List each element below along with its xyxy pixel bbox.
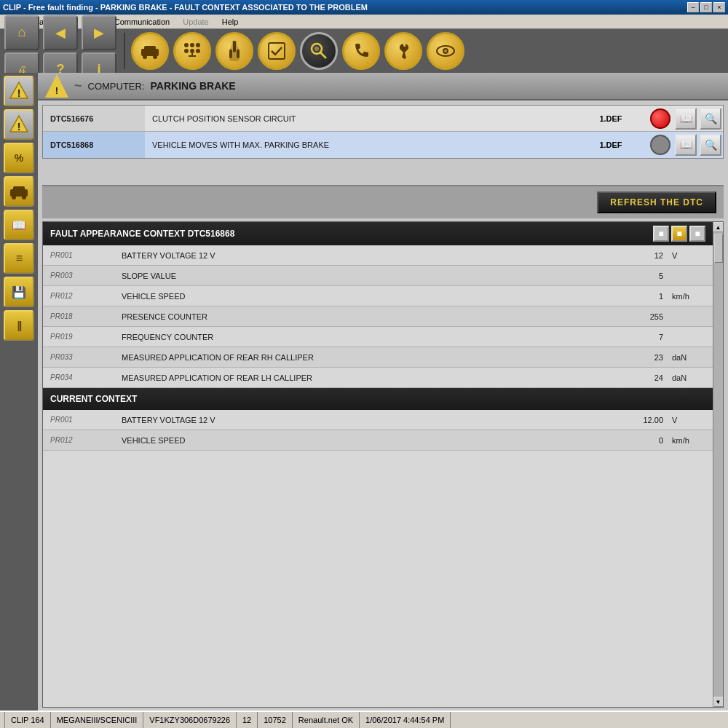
- vehicle-icon-button[interactable]: [131, 32, 169, 70]
- status-vehicle: MEGANEIII/SCENICIII: [51, 712, 144, 728]
- dtc-led-2: [650, 135, 670, 155]
- svg-rect-27: [13, 186, 25, 191]
- fc-desc-pr033: MEASURED APPLICATION OF REAR RH CALLIPER: [116, 353, 611, 362]
- status-clip-version: CLIP 164: [4, 712, 51, 728]
- wrench-icon-button[interactable]: [384, 32, 422, 70]
- svg-rect-15: [269, 43, 285, 59]
- touch-icon-button[interactable]: [215, 32, 253, 70]
- svg-text:!: !: [17, 121, 21, 132]
- svg-point-4: [184, 43, 189, 47]
- svg-point-2: [143, 55, 147, 59]
- dtc-search-btn-1[interactable]: 🔍: [700, 108, 721, 130]
- dtc-row-selected[interactable]: DTC516868 VEHICLE MOVES WITH MAX. PARKIN…: [43, 132, 723, 158]
- fc-row-pr012: PR012 VEHICLE SPEED 1 km/h: [43, 286, 713, 306]
- scroll-thumb[interactable]: [714, 234, 723, 263]
- warning1-button[interactable]: !: [4, 76, 34, 106]
- cc-row-pr001: PR001 BATTERY VOLTAGE 12 V 12.00 V: [43, 410, 713, 430]
- status-server: Renault.net OK: [293, 712, 360, 728]
- minimize-button[interactable]: –: [687, 2, 699, 12]
- status-code: 10752: [258, 712, 293, 728]
- current-context-header: CURRENT CONTEXT: [43, 388, 713, 410]
- phone-icon-button[interactable]: [342, 32, 380, 70]
- transmission-icon-button[interactable]: [173, 32, 211, 70]
- fault-context-header: FAULT APPEARANCE CONTEXT DTC516868 ■ ■ ■: [43, 222, 713, 245]
- dtc-code-2: DTC516868: [43, 132, 145, 158]
- title-bar: CLIP - Free fault finding - PARKING BRAK…: [0, 0, 728, 15]
- fc-code-pr019: PR019: [43, 333, 116, 341]
- svg-point-3: [153, 55, 157, 59]
- dtc-desc-1: CLUTCH POSITION SENSOR CIRCUIT: [145, 114, 574, 123]
- view-icon-button[interactable]: [427, 32, 464, 70]
- context-btn-3[interactable]: ■: [689, 226, 705, 242]
- fault-search-icon-button[interactable]: [300, 32, 338, 70]
- context-btn-2[interactable]: ■: [671, 226, 687, 242]
- fc-desc-pr003: SLOPE VALUE: [116, 272, 611, 280]
- dtc-search-btn-2[interactable]: 🔍: [700, 134, 721, 156]
- fc-value-pr012: 1: [611, 292, 669, 301]
- svg-rect-13: [229, 50, 232, 58]
- window-title: CLIP - Free fault finding - PARKING BRAK…: [3, 3, 368, 12]
- context-nav-buttons: ■ ■ ■: [653, 226, 705, 242]
- fault-context-section: FAULT APPEARANCE CONTEXT DTC516868 ■ ■ ■…: [42, 221, 724, 708]
- fc-value-pr003: 5: [611, 272, 669, 280]
- fc-desc-pr012: VEHICLE SPEED: [116, 292, 611, 301]
- fc-unit-pr001: V: [669, 251, 713, 260]
- menu-help[interactable]: Help: [219, 17, 242, 27]
- menu-update[interactable]: Update: [180, 17, 211, 27]
- window-controls[interactable]: – □ ×: [687, 2, 725, 12]
- svg-point-6: [196, 43, 200, 47]
- check-icon-button[interactable]: [258, 32, 296, 70]
- cc-value-pr001: 12.00: [611, 416, 669, 424]
- fault-context-title: FAULT APPEARANCE CONTEXT DTC516868: [50, 229, 234, 239]
- back-button[interactable]: ◀: [43, 15, 78, 50]
- svg-rect-14: [237, 50, 240, 58]
- forward-button[interactable]: ▶: [82, 15, 116, 50]
- cc-value-pr012: 0: [611, 436, 669, 445]
- fc-value-pr034: 24: [611, 373, 669, 382]
- scroll-down-arrow[interactable]: ▼: [713, 697, 724, 707]
- svg-rect-11: [189, 55, 196, 57]
- percent-button[interactable]: %: [4, 143, 34, 173]
- cc-row-pr012: PR012 VEHICLE SPEED 0 km/h: [43, 430, 713, 451]
- book-button[interactable]: 📖: [4, 210, 34, 240]
- dtc-book-btn-2[interactable]: 📖: [675, 134, 697, 156]
- computer-header: ! ~ COMPUTER: PARKING BRAKE: [38, 73, 728, 100]
- warning2-button[interactable]: !: [4, 109, 34, 140]
- scroll-up-arrow[interactable]: ▲: [713, 222, 724, 232]
- fc-code-pr001: PR001: [43, 251, 116, 259]
- barcode-button[interactable]: |||: [4, 310, 34, 341]
- dtc-row[interactable]: DTC516676 CLUTCH POSITION SENSOR CIRCUIT…: [43, 106, 723, 132]
- vehicle-side-button[interactable]: [4, 176, 34, 207]
- svg-point-28: [12, 195, 16, 199]
- svg-line-17: [320, 52, 326, 58]
- save-button[interactable]: 💾: [4, 277, 34, 307]
- svg-rect-1: [144, 46, 156, 51]
- toolbar-divider: [124, 33, 125, 69]
- fc-code-pr003: PR003: [43, 272, 116, 280]
- svg-point-29: [22, 195, 26, 199]
- close-button[interactable]: ×: [713, 2, 725, 12]
- svg-point-7: [184, 49, 189, 53]
- maximize-button[interactable]: □: [700, 2, 712, 12]
- fault-scrollbar[interactable]: ▲ ▼: [713, 222, 723, 707]
- fc-code-pr012: PR012: [43, 292, 116, 300]
- dtc-book-btn-1[interactable]: 📖: [675, 108, 697, 130]
- computer-arrow-icon: ~: [74, 79, 82, 94]
- fc-row-pr034: PR034 MEASURED APPLICATION OF REAR LH CA…: [43, 368, 713, 388]
- context-btn-1[interactable]: ■: [653, 226, 669, 242]
- toolbar: ⌂ ◀ ▶ 🖨 ? i: [0, 29, 728, 73]
- cc-desc-pr001: BATTERY VOLTAGE 12 V: [116, 416, 611, 424]
- content-area: ! ~ COMPUTER: PARKING BRAKE DTC516676 CL…: [38, 73, 728, 711]
- fc-desc-pr018: PRESENCE COUNTER: [116, 312, 611, 321]
- fc-value-pr019: 7: [611, 333, 669, 341]
- fc-value-pr018: 255: [611, 312, 669, 321]
- list-button[interactable]: ≡: [4, 243, 34, 274]
- refresh-dtc-button[interactable]: REFRESH THE DTC: [597, 191, 716, 213]
- menu-communication[interactable]: Communication: [111, 17, 173, 27]
- home-button[interactable]: ⌂: [4, 15, 39, 50]
- dtc-led-1: [650, 108, 670, 129]
- fc-code-pr033: PR033: [43, 353, 116, 361]
- status-datetime: 1/06/2017 4:44:54 PM: [360, 712, 451, 728]
- svg-rect-12: [233, 41, 236, 52]
- cc-unit-pr012: km/h: [669, 436, 713, 445]
